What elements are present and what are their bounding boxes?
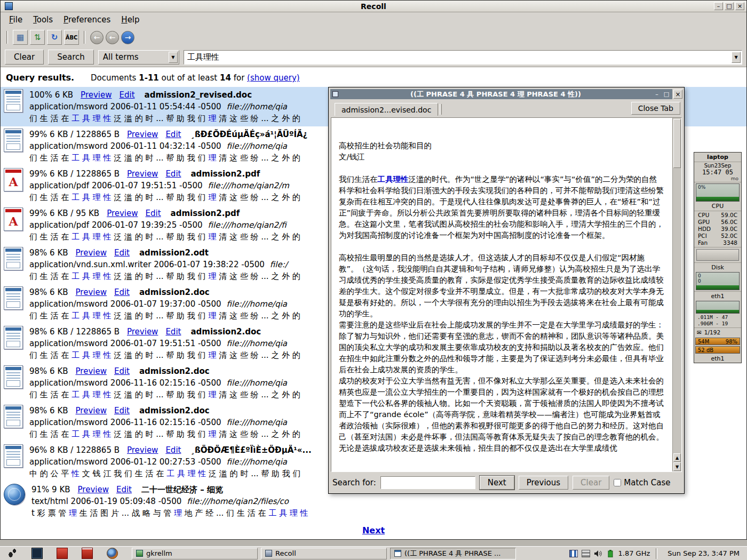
- nav-first-button[interactable]: ←: [90, 31, 104, 44]
- edit-link[interactable]: Edit: [114, 248, 130, 258]
- footprint-launcher[interactable]: [6, 548, 18, 559]
- doc-file-icon[interactable]: [4, 444, 23, 468]
- menu-tools[interactable]: Tools: [28, 13, 58, 26]
- html-file-icon[interactable]: [4, 484, 25, 505]
- preview-scrollbar[interactable]: ▲ ▼: [672, 118, 681, 471]
- preview-link[interactable]: Preview: [127, 327, 158, 337]
- snippet-text: 们 生 活 在: [29, 271, 71, 281]
- term-explorer-button[interactable]: ↻: [47, 30, 62, 45]
- minimize-icon[interactable]: –: [714, 2, 723, 10]
- sort-parameters-button[interactable]: ⇅: [30, 30, 45, 45]
- doc-file-icon[interactable]: [4, 405, 23, 428]
- result-title: admission2.doc: [190, 327, 261, 337]
- edit-link[interactable]: Edit: [114, 287, 130, 297]
- preview-link[interactable]: Preview: [127, 169, 158, 179]
- pdf-file-icon[interactable]: [4, 207, 23, 231]
- edit-link[interactable]: Edit: [114, 406, 130, 415]
- doc-file-icon[interactable]: [4, 326, 23, 349]
- net-stat-line: .011M - 47: [695, 314, 740, 321]
- query-history-icon[interactable]: ▼: [732, 52, 741, 63]
- menubar: FileToolsPreferencesHelp: [1, 12, 746, 27]
- preview-link[interactable]: Preview: [76, 287, 107, 297]
- nav-forward-button[interactable]: →: [121, 31, 134, 44]
- keyboard-layout-icon[interactable]: [569, 550, 578, 557]
- edit-link[interactable]: Edit: [146, 209, 161, 218]
- task-button[interactable]: Recoll: [261, 548, 387, 559]
- preview-link[interactable]: Preview: [107, 209, 138, 218]
- title-bar[interactable]: Recoll – □ ×: [1, 1, 746, 12]
- gkrellm-time: 15:47 05: [695, 169, 740, 176]
- terminal-launcher[interactable]: [31, 548, 43, 559]
- edit-link[interactable]: Edit: [165, 169, 181, 179]
- preview-link[interactable]: Preview: [78, 485, 109, 494]
- scrollbar-thumb[interactable]: [673, 119, 681, 168]
- preview-link[interactable]: Preview: [76, 366, 107, 376]
- preview-minimize-icon[interactable]: –: [653, 91, 661, 98]
- preview-title-bar[interactable]: ((工 PHRASE 4 具 PHRASE 4 理 PHRASE 4 性)) –…: [330, 89, 672, 99]
- taskbar-clock[interactable]: Sun Sep 23, 3:47 PM: [663, 549, 744, 557]
- find-previous-button[interactable]: Previous: [519, 476, 568, 490]
- memory-meter[interactable]: 54M 98%: [695, 338, 740, 345]
- preview-link[interactable]: Preview: [76, 248, 107, 258]
- volume-icon[interactable]: [594, 550, 602, 557]
- task-button[interactable]: ((工 PHRASE 4 具 PHRASE ...: [390, 548, 516, 559]
- clear-button[interactable]: Clear: [5, 50, 44, 65]
- edit-link[interactable]: Edit: [119, 90, 134, 100]
- mailer-launcher[interactable]: [82, 548, 93, 559]
- preview-link[interactable]: Preview: [81, 90, 112, 100]
- gkrellm-hostname: laptop: [694, 153, 741, 162]
- match-case-checkbox[interactable]: Match Case: [614, 478, 670, 487]
- doc-file-icon[interactable]: [4, 247, 23, 270]
- edit-link[interactable]: Edit: [114, 366, 130, 376]
- search-mode-select[interactable]: All terms ▼: [98, 50, 179, 65]
- results-table-button[interactable]: ▦: [13, 30, 28, 45]
- next-page-link[interactable]: Next: [357, 525, 390, 535]
- scroll-up-icon[interactable]: ▲: [673, 453, 681, 462]
- chevron-down-icon: ▼: [169, 52, 178, 63]
- pdf-file-icon[interactable]: [4, 168, 23, 191]
- menu-file[interactable]: File: [4, 13, 28, 26]
- preview-text[interactable]: 高校招生的社会功能和目的文/钱江我们生活在工具理性泛滥的时代。作为“世之显学”的…: [331, 118, 672, 471]
- snippet-text: 文 钱 江 我 们 生 活 在: [80, 469, 166, 478]
- preview-close-icon[interactable]: ×: [673, 90, 682, 99]
- preview-link[interactable]: Preview: [76, 406, 107, 415]
- menu-preferences[interactable]: Preferences: [58, 13, 116, 26]
- find-input[interactable]: [380, 476, 475, 489]
- edit-link[interactable]: Edit: [116, 485, 132, 494]
- edit-link[interactable]: Edit: [165, 130, 181, 139]
- close-tab-button[interactable]: Close Tab: [631, 102, 680, 115]
- preview-window: ((工 PHRASE 4 具 PHRASE 4 理 PHRASE 4 性)) –…: [328, 87, 685, 494]
- doc-file-icon[interactable]: [4, 129, 23, 152]
- edit-link[interactable]: Edit: [165, 445, 181, 455]
- swap-meter[interactable]: 52 dB: [695, 346, 740, 354]
- doc-file-icon[interactable]: [4, 89, 23, 113]
- edit-link[interactable]: Edit: [165, 327, 181, 337]
- find-clear-button[interactable]: Clear: [573, 476, 609, 490]
- doc-file-icon[interactable]: [4, 365, 23, 389]
- input-switcher-icon[interactable]: [582, 550, 590, 557]
- snippet-text: 们 生 活 在: [29, 232, 71, 242]
- show-query-link[interactable]: (show query): [247, 73, 300, 83]
- close-icon[interactable]: ×: [735, 2, 744, 10]
- preview-link[interactable]: Preview: [127, 445, 158, 455]
- find-next-button[interactable]: Next: [480, 476, 514, 490]
- task-button[interactable]: gkrellm: [132, 548, 258, 559]
- preview-maximize-icon[interactable]: □: [663, 91, 670, 98]
- search-button[interactable]: Search: [48, 50, 94, 65]
- menu-help[interactable]: Help: [116, 13, 145, 26]
- search-input[interactable]: [184, 51, 732, 63]
- preview-link[interactable]: Preview: [127, 130, 158, 139]
- spell-button[interactable]: ÂBC: [64, 30, 79, 45]
- doc-file-icon[interactable]: [4, 286, 23, 310]
- preview-tab[interactable]: admission2...evised.doc: [335, 103, 438, 116]
- match-case-input[interactable]: [614, 479, 621, 486]
- scroll-down-icon[interactable]: ▼: [673, 462, 681, 471]
- maximize-icon[interactable]: □: [725, 2, 734, 10]
- package-launcher[interactable]: [57, 548, 68, 559]
- net-lines: .011M - 47.906M - 19: [695, 314, 740, 327]
- firefox-launcher[interactable]: [107, 548, 118, 559]
- battery-icon[interactable]: [606, 550, 615, 557]
- nav-back-button[interactable]: ←: [106, 31, 119, 44]
- snippet-text: 泛 滥 的 时 ... 帮 助 我 们: [206, 469, 300, 478]
- snippet-text: 泛 滥 的 时 ... 帮 助 我 们: [111, 390, 208, 399]
